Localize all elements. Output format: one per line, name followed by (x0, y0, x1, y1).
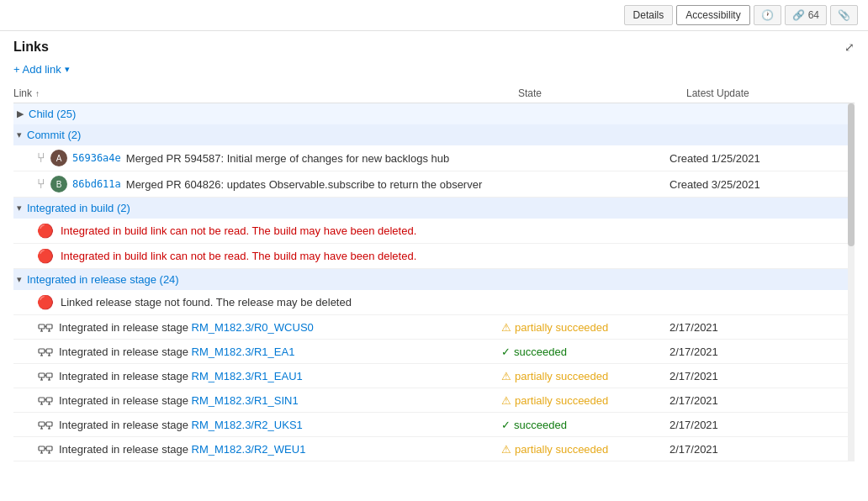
expand-icon[interactable]: ⤢ (844, 40, 855, 54)
svg-rect-8 (46, 349, 52, 353)
commit-hash-2[interactable]: 86bd611a (72, 178, 121, 190)
release-deploy-icon-5 (37, 417, 54, 432)
release-deploy-icon-6 (37, 441, 54, 456)
error-icon-not-found: 🔴 (37, 294, 54, 310)
commit-msg-1: Merged PR 594587: Initial merge of chang… (126, 152, 449, 165)
warning-icon-4: ⚠ (501, 394, 511, 407)
warning-icon-3: ⚠ (501, 370, 511, 382)
commit-date-1: Created 1/25/2021 (670, 152, 838, 165)
release-row-5: Integrated in release stage RM_M182.3/R2… (13, 413, 855, 437)
release-text-6: Integrated in release stage RM_M182.3/R2… (59, 443, 305, 456)
links-count: 64 (808, 9, 819, 21)
success-icon-2: ✓ (501, 345, 511, 358)
warning-icon-1: ⚠ (501, 321, 511, 334)
error-icon-1: 🔴 (37, 223, 54, 239)
commit-branch-icon-2: ⑂ (37, 177, 45, 192)
release-cell-5: Integrated in release stage RM_M182.3/R2… (37, 417, 501, 432)
success-icon-5: ✓ (501, 419, 511, 431)
group-release-label: Integrated in release stage (24) (27, 273, 179, 286)
release-link-5[interactable]: RM_M182.3/R2_UKS1 (192, 419, 303, 431)
group-commit-label: Commit (2) (27, 129, 81, 141)
svg-rect-36 (46, 446, 52, 451)
release-cell-1: Integrated in release stage RM_M182.3/R0… (37, 319, 501, 335)
svg-rect-1 (46, 324, 52, 329)
release-text-4: Integrated in release stage RM_M182.3/R1… (59, 394, 299, 407)
release-cell-6: Integrated in release stage RM_M182.3/R2… (37, 441, 501, 456)
release-state-4: ⚠ partially succeeded (501, 394, 670, 407)
commit-link-cell-1: ⑂ A 56936a4e Merged PR 594587: Initial m… (37, 150, 501, 166)
release-date-5: 2/17/2021 (670, 419, 838, 431)
chevron-down-icon: ▾ (65, 64, 70, 75)
chevron-down-commit-icon: ▾ (17, 129, 22, 140)
commit-branch-icon-1: ⑂ (37, 150, 45, 166)
release-not-found-msg: Linked release stage not found. The rele… (61, 296, 352, 309)
group-commit[interactable]: ▾ Commit (2) (13, 124, 855, 145)
release-date-2: 2/17/2021 (670, 345, 838, 358)
attach-button[interactable]: 📎 (830, 5, 858, 25)
release-state-2: ✓ succeeded (501, 345, 670, 358)
top-bar: Details Accessibility 🕐 🔗 64 📎 (0, 0, 868, 31)
group-child-label: Child (25) (29, 108, 76, 120)
accessibility-button[interactable]: Accessibility (676, 5, 749, 25)
link-icon: 🔗 (792, 9, 805, 21)
release-date-3: 2/17/2021 (670, 370, 838, 382)
history-button[interactable]: 🕐 (754, 5, 781, 25)
release-cell-3: Integrated in release stage RM_M182.3/R1… (37, 368, 501, 383)
links-table: ▶ Child (25) ▾ Commit (2) ⑂ A 56936a4e M… (13, 103, 855, 461)
svg-rect-0 (39, 324, 45, 329)
release-date-6: 2/17/2021 (670, 443, 838, 456)
svg-rect-35 (39, 446, 45, 451)
release-link-2[interactable]: RM_M182.3/R1_EA1 (192, 345, 295, 358)
release-state-6: ⚠ partially succeeded (501, 443, 670, 456)
svg-rect-15 (46, 373, 52, 377)
release-deploy-icon-2 (37, 344, 54, 359)
col-latest-update-header: Latest Update (686, 87, 855, 99)
release-row-1: Integrated in release stage RM_M182.3/R0… (13, 315, 855, 340)
release-not-found: 🔴 Linked release stage not found. The re… (13, 290, 855, 315)
commit-link-cell-2: ⑂ B 86bd611a Merged PR 604826: updates O… (37, 176, 501, 192)
release-cell-4: Integrated in release stage RM_M182.3/R1… (37, 393, 501, 408)
col-state-header: State (518, 87, 686, 99)
release-link-3[interactable]: RM_M182.3/R1_EAU1 (192, 370, 303, 382)
release-text-2: Integrated in release stage RM_M182.3/R1… (59, 345, 294, 358)
release-state-1: ⚠ partially succeeded (501, 321, 670, 334)
error-icon-2: 🔴 (37, 248, 54, 264)
paperclip-icon: 📎 (838, 9, 850, 21)
release-link-6[interactable]: RM_M182.3/R2_WEU1 (192, 443, 306, 456)
svg-rect-29 (46, 422, 52, 426)
scrollbar-track[interactable] (848, 103, 855, 461)
release-state-3: ⚠ partially succeeded (501, 370, 670, 382)
scrollbar-thumb[interactable] (848, 103, 855, 246)
build-error-msg-2: Integrated in build link can not be read… (61, 250, 416, 262)
commit-date-2: Created 3/25/2021 (670, 178, 838, 191)
add-link-button[interactable]: + Add link ▾ (13, 63, 70, 76)
group-child[interactable]: ▶ Child (25) (13, 103, 855, 124)
svg-rect-14 (39, 373, 45, 377)
group-build[interactable]: ▾ Integrated in build (2) (13, 198, 855, 219)
svg-rect-21 (39, 398, 45, 402)
details-button[interactable]: Details (624, 5, 674, 25)
release-link-4[interactable]: RM_M182.3/R1_SIN1 (192, 394, 299, 407)
chevron-down-release-icon: ▾ (17, 274, 22, 285)
table-header: Link ↑ State Latest Update (13, 84, 855, 103)
avatar-2: B (50, 176, 67, 192)
links-button[interactable]: 🔗 64 (785, 5, 827, 25)
release-link-1[interactable]: RM_M182.3/R0_WCUS0 (192, 321, 314, 334)
page-title-row: Links ⤢ (13, 40, 855, 55)
build-error-1: 🔴 Integrated in build link can not be re… (13, 219, 855, 244)
release-text-1: Integrated in release stage RM_M182.3/R0… (59, 321, 314, 334)
release-text-3: Integrated in release stage RM_M182.3/R1… (59, 370, 303, 382)
add-link-label: + Add link (13, 63, 61, 76)
build-error-msg-1: Integrated in build link can not be read… (61, 224, 416, 237)
page-title: Links (13, 40, 49, 55)
group-build-label: Integrated in build (2) (27, 202, 130, 214)
col-link-header: Link ↑ (13, 87, 518, 99)
svg-rect-28 (39, 422, 45, 426)
build-error-2: 🔴 Integrated in build link can not be re… (13, 244, 855, 269)
release-text-5: Integrated in release stage RM_M182.3/R2… (59, 419, 303, 431)
group-release[interactable]: ▾ Integrated in release stage (24) (13, 269, 855, 290)
svg-rect-22 (46, 398, 52, 402)
history-icon: 🕐 (761, 9, 774, 21)
commit-hash-1[interactable]: 56936a4e (72, 152, 121, 164)
commit-item-1: ⑂ A 56936a4e Merged PR 594587: Initial m… (13, 145, 855, 171)
